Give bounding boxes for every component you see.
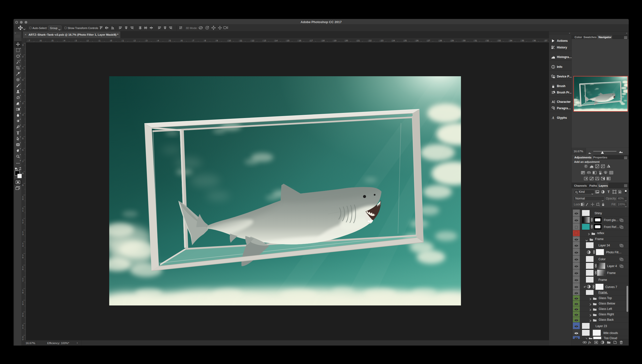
svg-text:5: 5	[22, 137, 23, 140]
svg-text:4: 4	[64, 39, 65, 42]
svg-text:1: 1	[22, 326, 23, 329]
svg-text:T: T	[608, 190, 610, 194]
svg-text:18: 18	[322, 39, 325, 42]
svg-text:31: 31	[474, 39, 477, 42]
svg-text:6: 6	[22, 268, 23, 270]
svg-text:4: 4	[158, 39, 159, 42]
svg-text:9: 9	[22, 184, 23, 186]
svg-text:7: 7	[22, 280, 23, 282]
svg-text:6: 6	[181, 39, 182, 42]
svg-text:7: 7	[22, 160, 23, 163]
svg-text:7: 7	[29, 39, 30, 42]
svg-text:30: 30	[463, 39, 466, 42]
svg-text:12: 12	[252, 39, 254, 42]
svg-text:37: 37	[545, 39, 548, 42]
svg-text:9: 9	[216, 39, 218, 42]
svg-text:1: 1	[99, 39, 100, 42]
svg-text:2: 2	[22, 221, 23, 224]
svg-text:9: 9	[22, 303, 23, 306]
svg-text:0: 0	[22, 314, 23, 317]
svg-text:1: 1	[122, 39, 124, 42]
svg-text:2: 2	[22, 55, 23, 58]
svg-text:6: 6	[40, 39, 42, 42]
svg-text:4: 4	[22, 125, 23, 128]
svg-text:0: 0	[22, 78, 23, 81]
svg-text:5: 5	[52, 39, 54, 42]
svg-text:22: 22	[369, 39, 372, 42]
svg-text:19: 19	[334, 39, 336, 42]
svg-text:5: 5	[170, 39, 171, 42]
svg-text:3: 3	[76, 39, 77, 42]
svg-text:27: 27	[428, 39, 430, 42]
svg-text:2: 2	[87, 39, 88, 42]
svg-text:2: 2	[22, 102, 23, 104]
svg-text:15: 15	[287, 39, 290, 42]
svg-text:23: 23	[381, 39, 384, 42]
svg-text:8: 8	[22, 291, 23, 294]
svg-text:34: 34	[510, 39, 512, 42]
svg-text:0: 0	[22, 198, 23, 200]
svg-text:6: 6	[22, 148, 23, 151]
svg-text:3: 3	[146, 39, 147, 42]
svg-text:8: 8	[22, 172, 23, 174]
svg-text:8: 8	[205, 39, 206, 42]
svg-text:11: 11	[240, 39, 242, 42]
svg-text:24: 24	[392, 39, 395, 42]
svg-text:fx: fx	[588, 340, 591, 344]
svg-text:28: 28	[439, 39, 442, 42]
svg-text:36: 36	[533, 39, 536, 42]
svg-text:21: 21	[357, 39, 360, 42]
svg-text:1: 1	[22, 90, 23, 93]
svg-text:3: 3	[22, 44, 23, 46]
svg-text:29: 29	[451, 39, 454, 42]
svg-text:2: 2	[134, 39, 136, 42]
svg-text:16: 16	[298, 39, 301, 42]
svg-text:17: 17	[310, 39, 313, 42]
svg-text:14: 14	[275, 39, 278, 42]
svg-text:2: 2	[22, 338, 23, 340]
svg-text:1: 1	[22, 209, 23, 212]
svg-text:4: 4	[22, 244, 23, 247]
svg-text:26: 26	[416, 39, 419, 42]
svg-text:20: 20	[345, 39, 348, 42]
svg-text:10: 10	[228, 39, 231, 42]
svg-text:35: 35	[522, 39, 524, 42]
svg-text:5: 5	[22, 256, 23, 259]
svg-text:3: 3	[22, 233, 23, 236]
svg-text:13: 13	[264, 39, 266, 42]
svg-text:0: 0	[111, 39, 112, 42]
svg-text:32: 32	[486, 39, 489, 42]
svg-text:7: 7	[193, 39, 194, 42]
svg-text:33: 33	[498, 39, 501, 42]
svg-text:3: 3	[22, 114, 23, 116]
svg-text:1: 1	[22, 67, 23, 69]
svg-text:A: A	[552, 116, 554, 120]
svg-text:25: 25	[404, 39, 407, 42]
